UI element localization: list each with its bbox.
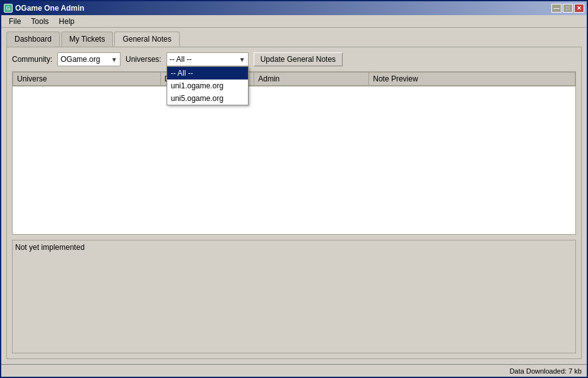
close-button[interactable]: ✕	[574, 4, 584, 13]
universes-select[interactable]: -- All -- ▼	[167, 52, 249, 66]
status-bar: Data Downloaded: 7 kb	[1, 364, 587, 377]
maximize-button[interactable]: □	[563, 4, 573, 13]
dropdown-item-uni1[interactable]: uni1.ogame.org	[167, 80, 248, 92]
col-admin: Admin	[254, 73, 369, 86]
community-select-arrow: ▼	[111, 56, 117, 63]
toolbar-row: Community: OGame.org ▼ Universes: -- All…	[12, 52, 576, 66]
menu-item-tools[interactable]: Tools	[26, 16, 54, 27]
notes-area: Not yet implemented	[12, 240, 576, 353]
universes-select-arrow: ▼	[239, 56, 245, 63]
menu-item-help[interactable]: Help	[54, 16, 79, 27]
dropdown-item-uni5[interactable]: uni5.ogame.org	[167, 92, 248, 105]
notes-table: Universe Date Admin Note Preview	[13, 72, 575, 86]
table-container: Universe Date Admin Note Preview	[12, 71, 576, 235]
tab-dashboard[interactable]: Dashboard	[6, 32, 60, 47]
universes-select-value: -- All --	[170, 55, 192, 64]
app-icon: G	[4, 4, 13, 13]
main-content: Community: OGame.org ▼ Universes: -- All…	[1, 47, 587, 364]
main-window: G OGame One Admin — □ ✕ File Tools Help …	[0, 0, 588, 378]
notes-text: Not yet implemented	[15, 243, 85, 252]
title-bar: G OGame One Admin — □ ✕	[1, 1, 587, 15]
universes-dropdown-list: -- All -- uni1.ogame.org uni5.ogame.org	[167, 66, 249, 105]
update-general-notes-button[interactable]: Update General Notes	[254, 52, 343, 66]
menu-bar: File Tools Help	[1, 15, 587, 28]
universes-dropdown-wrapper: -- All -- ▼ -- All -- uni1.ogame.org uni…	[167, 52, 249, 66]
tab-my-tickets[interactable]: My Tickets	[61, 32, 114, 47]
status-text: Data Downloaded: 7 kb	[510, 367, 582, 375]
table-header-row: Universe Date Admin Note Preview	[13, 73, 575, 86]
community-label: Community:	[12, 55, 52, 64]
title-bar-buttons: — □ ✕	[551, 4, 584, 13]
title-bar-left: G OGame One Admin	[4, 4, 85, 13]
col-note-preview: Note Preview	[369, 73, 575, 86]
tab-general-notes[interactable]: General Notes	[114, 32, 179, 47]
menu-item-file[interactable]: File	[4, 16, 26, 27]
community-select-value: OGame.org	[61, 55, 100, 64]
universes-label: Universes:	[126, 55, 162, 64]
tab-panel-general-notes: Community: OGame.org ▼ Universes: -- All…	[6, 47, 582, 359]
tabs-container: Dashboard My Tickets General Notes	[1, 28, 587, 47]
window-title: OGame One Admin	[15, 4, 85, 13]
dropdown-item-all[interactable]: -- All --	[167, 67, 248, 80]
community-select[interactable]: OGame.org ▼	[57, 52, 121, 66]
minimize-button[interactable]: —	[551, 4, 562, 13]
col-universe: Universe	[13, 73, 161, 86]
